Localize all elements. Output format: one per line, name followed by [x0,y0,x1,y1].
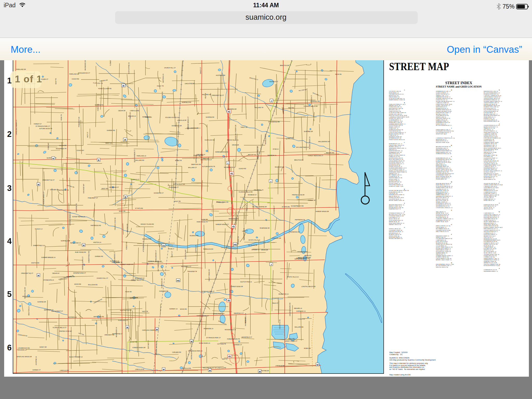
svg-text:B: B [98,159,99,161]
svg-text:41: 41 [230,172,233,175]
svg-text:RAINBOW CT: RAINBOW CT [248,194,257,196]
svg-text:GABERTFIELD LN: GABERTFIELD LN [33,245,45,246]
svg-text:GOLDEN HOURS RD: GOLDEN HOURS RD [289,303,291,316]
svg-text:ELMTREE DR: ELMTREE DR [304,131,313,132]
svg-text:DEER RUN DR: DEER RUN DR [191,164,201,165]
svg-text:HALEY RD: HALEY RD [174,201,181,202]
svg-text:MULLIGAN DR: MULLIGAN DR [275,166,284,168]
svg-text:HS: HS [177,280,180,282]
svg-text:B: B [52,157,54,160]
svg-text:TAROT DR: TAROT DR [241,127,248,128]
svg-text:HARBOR WINDS CT: HARBOR WINDS CT [216,224,229,225]
svg-text:PARKLAND DR: PARKLAND DR [69,73,79,75]
svg-text:FOREST EDGE CT: FOREST EDGE CT [197,315,209,317]
svg-text:WHITE PINE CT: WHITE PINE CT [112,333,123,335]
svg-text:HONEY CLOVER RD: HONEY CLOVER RD [98,88,111,89]
svg-text:PINECREST CT: PINECREST CT [88,197,98,199]
svg-text:HOOK RD: HOOK RD [335,74,342,75]
svg-text:WHITE PINE RD: WHITE PINE RD [213,313,223,315]
svg-text:M: M [156,328,158,331]
svg-text:CHURCH HILL CT: CHURCH HILL CT [164,67,176,69]
svg-text:COACH RD: COACH RD [72,78,79,80]
svg-text:NORWAY LN: NORWAY LN [169,308,177,310]
svg-text:PARKLAND DR: PARKLAND DR [16,69,26,70]
svg-text:FOREST RD: FOREST RD [126,242,127,250]
svg-text:HAZY LN: HAZY LN [203,158,209,159]
svg-text:WOODSDALE LN: WOODSDALE LN [225,329,236,330]
svg-text:LINEVILLE RD: LINEVILLE RD [130,110,139,111]
svg-text:AUTUMN WOOD TR: AUTUMN WOOD TR [39,128,52,129]
svg-text:41: 41 [232,225,235,228]
svg-text:AUSTRIAN DR: AUSTRIAN DR [216,75,225,76]
svg-text:RAINBOW LN: RAINBOW LN [268,155,276,156]
svg-text:LINEVILLE RD: LINEVILLE RD [135,369,144,370]
svg-text:COTTAGE TR: COTTAGE TR [217,343,226,345]
svg-text:ORION DR: ORION DR [261,249,268,251]
svg-text:FOREST EDGE DR: FOREST EDGE DR [231,286,243,287]
svg-text:MAGY DR: MAGY DR [119,210,125,212]
svg-text:ELMWOOD DR: ELMWOOD DR [161,278,163,288]
svg-text:TANGLEWOOD CT: TANGLEWOOD CT [78,72,90,74]
svg-text:ORION RD: ORION RD [304,255,311,256]
svg-text:VELP RD: VELP RD [288,107,294,109]
svg-text:FOREST HAVEN TR: FOREST HAVEN TR [227,338,240,340]
svg-text:RIVERSIDE DR: RIVERSIDE DR [260,227,270,229]
svg-text:CARLEEN LN: CARLEEN LN [196,154,205,155]
svg-text:CEDAR DR: CEDAR DR [118,110,125,111]
svg-text:WOOD RD: WOOD RD [74,283,81,285]
svg-text:FOREST HAVEN DR: FOREST HAVEN DR [132,347,145,348]
svg-text:SUNRISE RD: SUNRISE RD [206,116,214,118]
svg-text:WHISPER WIND CT: WHISPER WIND CT [73,272,86,274]
svg-text:RENARD LN: RENARD LN [294,308,302,309]
svg-text:BRACTON RD: BRACTON RD [294,159,303,161]
svg-text:J: J [271,100,272,102]
svg-text:HOLLOW VALLEY WY: HOLLOW VALLEY WY [203,367,217,369]
svg-text:ROBIN LN: ROBIN LN [145,116,152,118]
svg-text:IDLEWILD RD: IDLEWILD RD [190,235,198,236]
svg-text:FLINTLOCK RD: FLINTLOCK RD [205,139,215,141]
svg-text:AUTUMN WOOD TR: AUTUMN WOOD TR [202,166,215,167]
svg-text:NEVERLAND LN: NEVERLAND LN [70,242,81,244]
svg-text:WILLOW LN: WILLOW LN [128,115,136,117]
svg-text:STONEGATE LN: STONEGATE LN [43,279,54,281]
svg-text:ANSTON RD: ANSTON RD [31,262,39,264]
svg-text:FLOWING WELLS CT: FLOWING WELLS CT [53,327,66,328]
svg-text:CELESTIAL WY: CELESTIAL WY [185,249,186,260]
svg-text:IDLEWILD CT: IDLEWILD CT [269,81,278,82]
svg-text:J: J [271,263,272,266]
svg-text:J: J [227,162,228,164]
svg-text:VETERANS CT: VETERANS CT [109,187,119,188]
svg-text:TEA OLIVE DR: TEA OLIVE DR [248,244,257,246]
svg-text:RENARD DR: RENARD DR [237,236,239,244]
svg-text:PINECREST DR: PINECREST DR [78,117,80,127]
svg-text:ROSE HAVEN LN: ROSE HAVEN LN [199,342,210,344]
svg-text:BROOK HILLS LN: BROOK HILLS LN [227,139,238,141]
svg-text:NORFIELD DR: NORFIELD DR [61,240,70,242]
svg-text:YELLOW JASMINE DR: YELLOW JASMINE DR [252,206,267,208]
svg-text:HARBOR WINDS DR: HARBOR WINDS DR [316,211,329,212]
svg-text:SUNRISE RD: SUNRISE RD [95,104,103,106]
svg-text:CRESCENT SQ CT: CRESCENT SQ CT [21,272,33,274]
svg-text:SHADY CT: SHADY CT [200,67,201,74]
svg-text:CARDINAL DR: CARDINAL DR [272,237,281,239]
svg-text:ROCKWELL CT: ROCKWELL CT [181,266,191,267]
svg-text:SKYLINE PINES LN: SKYLINE PINES LN [296,147,309,148]
svg-text:SUMMER BREEZE LN: SUMMER BREEZE LN [41,257,56,258]
svg-text:RESORT CT: RESORT CT [35,228,43,230]
svg-text:ORION DR: ORION DR [232,144,239,146]
svg-text:IR: IR [122,85,124,87]
svg-text:MOONLIGHT RD: MOONLIGHT RD [265,134,266,144]
svg-text:M: M [127,326,128,329]
svg-text:WOOD RD: WOOD RD [180,308,187,310]
svg-text:SUNRISE DR: SUNRISE DR [37,301,46,303]
svg-text:JACKPINE RD: JACKPINE RD [76,203,77,212]
svg-text:FLINTLOCK CT: FLINTLOCK CT [118,320,128,321]
svg-text:M: M [259,370,261,373]
svg-text:HONEY CLOVER CT: HONEY CLOVER CT [201,291,215,292]
svg-text:JACKPINE LN: JACKPINE LN [35,356,37,365]
svg-text:WALLENFANG WY: WALLENFANG WY [318,141,330,142]
svg-text:BIG TIMBER RD: BIG TIMBER RD [157,261,159,271]
svg-text:M: M [191,340,192,343]
svg-text:LILLIAN DR: LILLIAN DR [59,145,66,146]
svg-text:SUNSETBEACH RD: SUNSETBEACH RD [291,205,304,207]
